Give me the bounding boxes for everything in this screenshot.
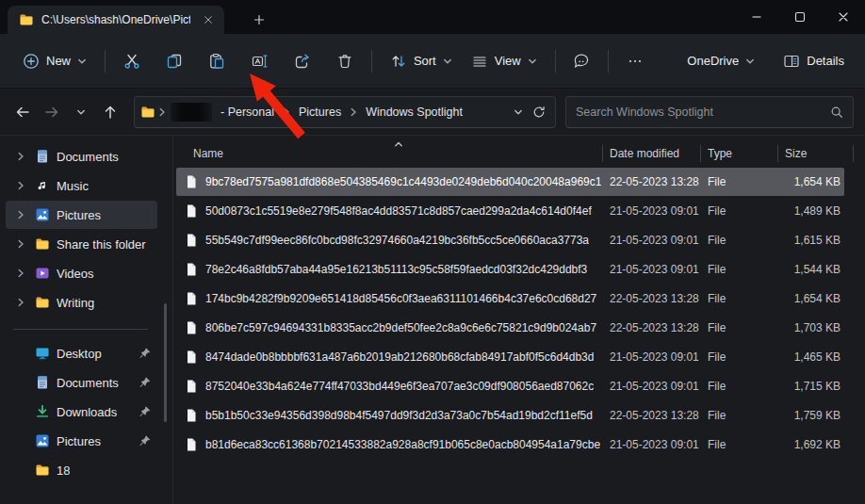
file-size: 1,465 KB <box>777 350 844 364</box>
up-button[interactable] <box>97 99 123 125</box>
toolbar-divider <box>105 50 106 73</box>
window-body: Documents Music Pictures Share this fold… <box>0 136 865 504</box>
expand-chevron-icon[interactable] <box>13 298 28 307</box>
maximize-button[interactable] <box>778 0 822 34</box>
sort-button-label: Sort <box>414 54 436 68</box>
file-row[interactable]: 8474dade0b8bbbbf631a487a6b2019ab212680b6… <box>176 343 844 371</box>
file-row[interactable]: 50d0873c1c5519e8e279f548f8ac4dd83571c8d8… <box>176 197 844 225</box>
sidebar-item-label: Documents <box>57 150 119 164</box>
chevron-down-icon <box>443 57 452 66</box>
forward-button[interactable] <box>39 99 65 125</box>
delete-button[interactable] <box>328 44 363 78</box>
see-more-button[interactable] <box>617 44 652 78</box>
file-row[interactable]: 174bc9b4282f9b9209e651418d85456c0f3aea63… <box>176 285 844 313</box>
sidebar-item-documents-pinned[interactable]: Documents <box>6 368 157 397</box>
search-input[interactable] <box>576 106 830 119</box>
file-size: 1,703 KB <box>777 321 844 334</box>
pin-icon <box>139 434 152 447</box>
search-icon[interactable] <box>830 106 843 119</box>
sidebar-item-label: Desktop <box>57 347 102 361</box>
back-button[interactable] <box>9 99 36 125</box>
file-type: File <box>700 380 777 393</box>
sidebar-item-18[interactable]: 18 <box>6 456 157 484</box>
onedrive-label: OneDrive <box>687 54 739 68</box>
file-row[interactable]: 8752040e33b4a624e774ff47033bd449e6f3ea70… <box>176 372 844 400</box>
breadcrumb-chevron-icon[interactable] <box>281 107 292 117</box>
sort-arrows-icon <box>390 53 407 70</box>
folder-icon <box>35 463 50 478</box>
file-row[interactable]: 806be7c597c94694331b8335acc2b9def50fee2c… <box>176 314 844 342</box>
expand-chevron-icon[interactable] <box>13 152 28 161</box>
file-name: 78e2c46a8fdb57aba44a95e16213b51113c95c58… <box>205 263 587 276</box>
file-list: Name Date modified Type Size 9bc78ed7575… <box>173 136 865 504</box>
file-name: 174bc9b4282f9b9209e651418d85456c0f3aea63… <box>205 292 596 305</box>
toolbar-divider <box>371 50 372 73</box>
file-type: File <box>700 204 777 218</box>
paste-button[interactable] <box>200 44 235 78</box>
sidebar-item-videos[interactable]: Videos <box>6 259 157 287</box>
file-row[interactable]: 9bc78ed7575a981dfd868e504385469c1c4493de… <box>176 168 844 196</box>
file-size: 1,759 KB <box>777 409 844 422</box>
file-row[interactable]: 78e2c46a8fdb57aba44a95e16213b51113c95c58… <box>176 255 844 284</box>
breadcrumb-chevron-icon[interactable] <box>156 107 168 117</box>
rename-button[interactable] <box>242 44 277 78</box>
cut-button[interactable] <box>114 44 149 78</box>
close-button[interactable] <box>822 0 865 34</box>
onedrive-button[interactable]: OneDrive <box>652 44 764 78</box>
column-header-name[interactable]: Name <box>176 139 602 168</box>
sidebar-item-label: Pictures <box>57 434 101 448</box>
view-button[interactable]: View <box>462 44 547 78</box>
expand-chevron-icon[interactable] <box>13 181 28 190</box>
share-button[interactable] <box>285 44 319 78</box>
expand-chevron-icon[interactable] <box>13 210 28 219</box>
column-header-size[interactable]: Size <box>777 139 853 168</box>
pictures-icon <box>35 207 50 222</box>
sidebar-item-share-this-folder[interactable]: Share this folder <box>6 230 157 258</box>
minimize-button[interactable] <box>735 0 778 34</box>
toolbar-right-group: OneDrive Details <box>652 44 854 78</box>
sidebar-item-pictures-pinned[interactable]: Pictures <box>6 427 157 455</box>
file-type: File <box>700 175 777 188</box>
breadcrumb-account[interactable]: - Personal <box>215 103 280 122</box>
sidebar-item-desktop[interactable]: Desktop <box>6 339 157 367</box>
breadcrumb-pictures[interactable]: Pictures <box>293 103 347 122</box>
recent-locations-button[interactable] <box>68 99 94 125</box>
expand-chevron-icon[interactable] <box>13 239 28 249</box>
share-icon <box>294 53 311 70</box>
file-type: File <box>700 321 777 334</box>
breadcrumb-chevron-icon[interactable] <box>348 107 359 117</box>
file-row[interactable]: b81d6eca83cc61368b70214533882a928a8cf91b… <box>176 431 844 459</box>
tab-close-icon[interactable] <box>198 9 219 30</box>
details-button[interactable]: Details <box>774 44 854 78</box>
new-tab-button[interactable] <box>247 8 271 32</box>
sidebar-item-pictures[interactable]: Pictures <box>6 201 157 229</box>
desktop-icon <box>35 346 50 361</box>
explorer-tab[interactable]: C:\Users\shash\OneDrive\Pictu <box>8 6 224 34</box>
sidebar-scrollbar-thumb[interactable] <box>164 303 167 422</box>
breadcrumb-current-folder[interactable]: Windows Spotlight <box>360 103 468 122</box>
file-icon <box>184 350 199 365</box>
expand-chevron-icon[interactable] <box>13 268 28 278</box>
copy-button[interactable] <box>156 44 191 78</box>
file-row[interactable]: b5b1b50c33e94356d398d98b4f5497dd9f3d2d3a… <box>176 401 844 430</box>
sidebar-item-music[interactable]: Music <box>6 171 157 200</box>
file-date: 21-05-2023 09:01 <box>602 380 700 393</box>
sidebar-item-downloads[interactable]: Downloads <box>6 398 157 426</box>
file-type: File <box>700 350 777 364</box>
new-button[interactable]: New <box>13 44 96 78</box>
new-button-label: New <box>46 54 71 68</box>
copy-icon <box>166 53 183 70</box>
sidebar-item-writing[interactable]: Writing <box>6 288 157 317</box>
breadcrumb-bar[interactable]: - Personal Pictures Windows Spotlight <box>134 96 556 128</box>
file-icon <box>184 233 199 248</box>
sort-button[interactable]: Sort <box>381 44 462 78</box>
refresh-button[interactable] <box>532 106 546 119</box>
column-header-type[interactable]: Type <box>700 139 777 168</box>
phone-link-button[interactable] <box>564 44 599 78</box>
sidebar-item-documents[interactable]: Documents <box>6 142 157 171</box>
column-header-date-modified[interactable]: Date modified <box>602 139 700 168</box>
folder-icon <box>19 12 34 27</box>
address-dropdown-button[interactable] <box>514 107 523 117</box>
chevron-down-icon <box>745 57 755 66</box>
file-row[interactable]: 55b549c7df99eec86fc0bcd98fc32974660a4219… <box>176 226 844 254</box>
